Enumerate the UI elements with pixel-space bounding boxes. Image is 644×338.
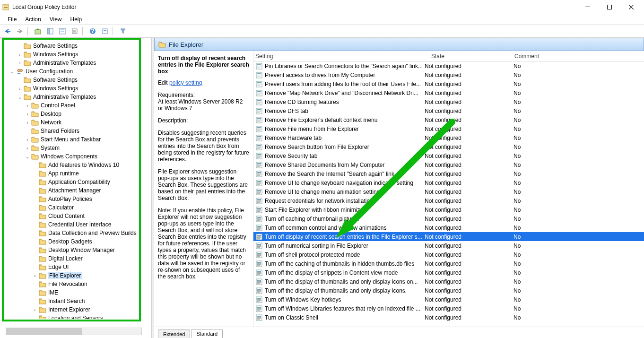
- twisty-icon[interactable]: ⌄: [16, 95, 24, 100]
- tree-item[interactable]: ›System: [1, 144, 150, 152]
- tree-item[interactable]: Add features to Windows 10: [1, 161, 150, 169]
- tab-extended[interactable]: Extended: [158, 329, 190, 338]
- tree-item[interactable]: Attachment Manager: [1, 186, 150, 195]
- setting-row[interactable]: Remove File Explorer's default context m…: [253, 115, 644, 124]
- setting-row[interactable]: Turn on Classic ShellNot configuredNo: [253, 313, 644, 322]
- setting-row[interactable]: Remove Hardware tabNot configuredNo: [253, 133, 644, 142]
- tree-item[interactable]: Calculator: [1, 203, 150, 212]
- tree-item[interactable]: ⌄Windows Components: [1, 152, 150, 161]
- tree-item[interactable]: ›Start Menu and Taskbar: [1, 135, 150, 144]
- forward-button[interactable]: [14, 26, 26, 36]
- setting-row[interactable]: Remove the Search the Internet "Search a…: [253, 169, 644, 178]
- svg-rect-55: [257, 129, 261, 129]
- titlebar[interactable]: Local Group Policy Editor: [0, 0, 644, 14]
- setting-row[interactable]: Turn off the display of thumbnails and o…: [253, 286, 644, 295]
- tree-item[interactable]: ›Windows Settings: [1, 84, 150, 93]
- tree-item[interactable]: Software Settings: [1, 42, 150, 50]
- show-hide-tree-button[interactable]: [44, 26, 56, 36]
- tree-item[interactable]: File Revocation: [1, 280, 150, 288]
- tree-item[interactable]: Edge UI: [1, 263, 150, 271]
- tree-item[interactable]: ›Control Panel: [1, 101, 150, 110]
- tree-item[interactable]: Application Compatibility: [1, 178, 150, 186]
- tree-item[interactable]: Shared Folders: [1, 127, 150, 135]
- setting-row[interactable]: Start File Explorer with ribbon minimize…: [253, 205, 644, 214]
- column-state[interactable]: State: [423, 53, 498, 60]
- setting-row[interactable]: Remove "Map Network Drive" and "Disconne…: [253, 88, 644, 97]
- tree-item[interactable]: ›Administrative Templates: [1, 59, 150, 67]
- setting-row[interactable]: Turn off Windows Libraries features that…: [253, 304, 644, 313]
- twisty-icon[interactable]: ›: [24, 103, 31, 108]
- setting-row[interactable]: Turn off numerical sorting in File Explo…: [253, 241, 644, 250]
- tree-item[interactable]: Desktop Window Manager: [1, 246, 150, 254]
- tree-item[interactable]: ⌄User Configuration: [1, 67, 150, 76]
- twisty-icon[interactable]: ›: [16, 52, 24, 57]
- tree-item[interactable]: Software Settings: [1, 76, 150, 84]
- tree-item[interactable]: Credential User Interface: [1, 220, 150, 229]
- maximize-button[interactable]: [599, 0, 620, 14]
- twisty-icon[interactable]: ›: [16, 86, 24, 91]
- setting-row[interactable]: Remove Security tabNot configuredNo: [253, 151, 644, 160]
- filter-button[interactable]: [117, 26, 129, 36]
- setting-row[interactable]: Remove Shared Documents from My Computer…: [253, 160, 644, 169]
- twisty-icon[interactable]: ›: [24, 137, 31, 142]
- tree-item[interactable]: Instant Search: [1, 297, 150, 305]
- tree-item[interactable]: Data Collection and Preview Builds: [1, 229, 150, 237]
- twisty-icon[interactable]: ›: [31, 307, 39, 312]
- tree-item[interactable]: IME: [1, 288, 150, 297]
- horizontal-scrollbar[interactable]: [6, 328, 142, 335]
- setting-row[interactable]: Turn off shell protocol protected modeNo…: [253, 250, 644, 259]
- setting-row[interactable]: Pin Libraries or Search Connectors to th…: [253, 61, 644, 70]
- setting-row[interactable]: Turn off Windows Key hotkeysNot configur…: [253, 295, 644, 304]
- setting-row[interactable]: Prevent users from adding files to the r…: [253, 79, 644, 88]
- tree-item[interactable]: ›Internet Explorer: [1, 305, 150, 314]
- properties-button[interactable]: [57, 26, 68, 36]
- tree-item[interactable]: Location and Sensors: [1, 314, 150, 319]
- setting-row[interactable]: Turn off common control and window anima…: [253, 223, 644, 232]
- tree-item[interactable]: ›Network: [1, 118, 150, 127]
- tree-item[interactable]: ›Desktop: [1, 110, 150, 118]
- menu-view[interactable]: View: [46, 15, 66, 24]
- twisty-icon[interactable]: ›: [31, 273, 39, 278]
- up-button[interactable]: [32, 26, 44, 36]
- twisty-icon[interactable]: ›: [24, 146, 31, 151]
- setting-row[interactable]: Turn off the display of thumbnails and o…: [253, 277, 644, 286]
- setting-row[interactable]: Request credentials for network installa…: [253, 196, 644, 205]
- tab-standard[interactable]: Standard: [191, 329, 223, 338]
- setting-row[interactable]: Remove UI to change menu animation setti…: [253, 187, 644, 196]
- tree-item[interactable]: ›File Explorer: [1, 271, 150, 280]
- twisty-icon[interactable]: ›: [24, 120, 31, 125]
- export-button[interactable]: [69, 26, 80, 36]
- twisty-icon[interactable]: ⌄: [24, 154, 31, 159]
- setting-row[interactable]: Remove DFS tabNot configuredNo: [253, 106, 644, 115]
- close-button[interactable]: [620, 0, 642, 14]
- menu-help[interactable]: Help: [67, 15, 86, 24]
- tree-item[interactable]: ›Windows Settings: [1, 50, 150, 59]
- setting-row[interactable]: Remove CD Burning featuresNot configured…: [253, 97, 644, 106]
- column-setting[interactable]: Setting: [255, 53, 423, 60]
- setting-row[interactable]: Remove UI to change keyboard navigation …: [253, 178, 644, 187]
- menu-file[interactable]: File: [4, 15, 20, 24]
- twisty-icon[interactable]: ›: [16, 61, 24, 66]
- setting-row[interactable]: Turn off caching of thumbnail picturesNo…: [253, 214, 644, 223]
- minimize-button[interactable]: [577, 0, 599, 14]
- tree-item[interactable]: Cloud Content: [1, 212, 150, 220]
- setting-row[interactable]: Remove File menu from File ExplorerNot c…: [253, 124, 644, 133]
- menu-action[interactable]: Action: [21, 15, 44, 24]
- twisty-icon[interactable]: ›: [24, 112, 31, 117]
- edit-policy-link[interactable]: policy setting: [169, 79, 202, 86]
- setting-row[interactable]: Turn off the display of snippets in Cont…: [253, 268, 644, 277]
- tree-item[interactable]: AutoPlay Policies: [1, 195, 150, 203]
- refresh-button[interactable]: [99, 26, 111, 36]
- tree-item[interactable]: ⌄Administrative Templates: [1, 93, 150, 101]
- setting-row[interactable]: Turn off display of recent search entrie…: [253, 232, 644, 241]
- twisty-icon[interactable]: ⌄: [9, 69, 16, 74]
- help-button[interactable]: ?: [87, 26, 98, 36]
- back-button[interactable]: [2, 26, 13, 36]
- tree-item[interactable]: Desktop Gadgets: [1, 237, 150, 246]
- tree-item[interactable]: Digital Locker: [1, 254, 150, 263]
- column-comment[interactable]: Comment: [498, 53, 560, 60]
- setting-row[interactable]: Prevent access to drives from My Compute…: [253, 70, 644, 79]
- setting-row[interactable]: Remove Search button from File ExplorerN…: [253, 142, 644, 151]
- setting-row[interactable]: Turn off the caching of thumbnails in hi…: [253, 259, 644, 268]
- tree-item[interactable]: App runtime: [1, 169, 150, 178]
